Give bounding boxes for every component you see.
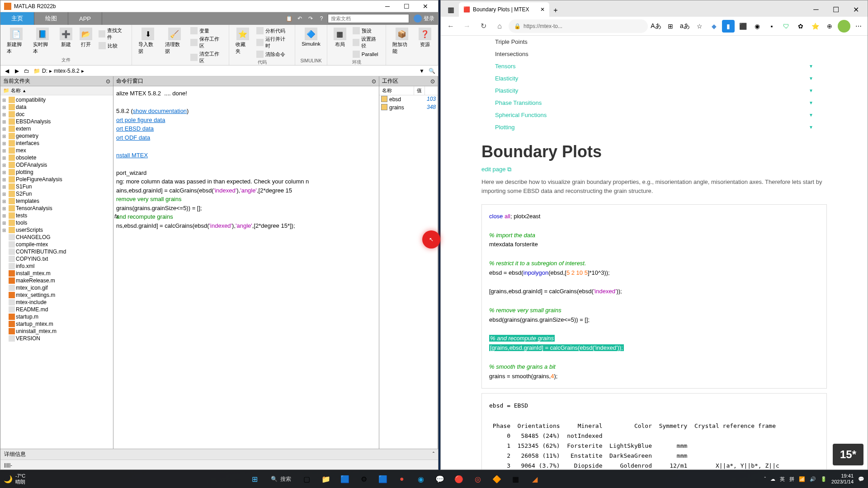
browse-button[interactable]: 📁 <box>32 66 41 75</box>
tree-item[interactable]: ⊞obsolete <box>1 154 112 161</box>
clear-ws-button[interactable]: 清空工作区 <box>189 50 225 65</box>
app-button[interactable]: 🟦 <box>374 472 392 486</box>
tree-item[interactable]: COPYING.txt <box>1 255 112 263</box>
workspace-variable[interactable]: ebsd103 <box>379 95 438 103</box>
ime-lang[interactable]: 英 <box>780 476 785 483</box>
weather-widget[interactable]: 🌙 -7°C 晴朗 <box>4 473 25 485</box>
tree-item[interactable]: ⊞interfaces <box>1 140 112 147</box>
tree-item[interactable]: ⊞S2Fun <box>1 190 112 197</box>
app-button[interactable]: ◎ <box>469 472 486 486</box>
link[interactable]: ort ODF data <box>116 134 150 141</box>
layout-button[interactable]: ▦布局 <box>331 27 349 58</box>
fav-button[interactable]: ⭐收藏夹 <box>233 27 253 58</box>
ext-icon[interactable]: 🛡 <box>780 20 793 33</box>
qat-btn[interactable]: 📋 <box>284 14 293 23</box>
tree-item[interactable]: ⊞doc <box>1 111 112 118</box>
ext-icon[interactable]: ✿ <box>794 20 807 33</box>
tree-item[interactable]: install_mtex.m <box>1 270 112 277</box>
tree-item[interactable]: mtex_icon.gif <box>1 284 112 291</box>
qat-btn[interactable]: ↶ <box>295 14 304 23</box>
reader-icon[interactable]: Aあ <box>650 20 662 33</box>
prefs-button[interactable]: 预设 <box>351 27 382 35</box>
tree-item[interactable]: uninstall_mtex.m <box>1 328 112 335</box>
maximize-button[interactable]: ☐ <box>397 1 415 12</box>
battery-icon[interactable]: 🔋 <box>821 476 827 482</box>
simulink-button[interactable]: 🔷Simulink <box>299 27 323 57</box>
translate-icon[interactable]: aあ <box>679 20 691 33</box>
wifi-icon[interactable]: 📶 <box>799 476 805 482</box>
tree-item[interactable]: mtex_settings.m <box>1 291 112 299</box>
refresh-button[interactable]: ↻ <box>476 19 491 33</box>
tree-item[interactable]: README.md <box>1 306 112 313</box>
matlab-button[interactable]: ◢ <box>526 472 543 486</box>
folder-tree[interactable]: ⊞compatibility⊞data⊞doc⊞EBSDAnalysis⊞ext… <box>0 95 113 449</box>
browser-tab[interactable]: 🟥 Boundary Plots | MTEX ✕ <box>459 2 549 17</box>
tree-item[interactable]: makeRelease.m <box>1 277 112 284</box>
nav-item-plotting[interactable]: Plotting▼ <box>450 121 859 133</box>
ime-mode[interactable]: 拼 <box>789 476 794 483</box>
workspace-variable[interactable]: grains348 <box>379 103 438 112</box>
tree-item[interactable]: ⊞userScripts <box>1 226 112 234</box>
volume-icon[interactable]: 🔊 <box>810 476 816 482</box>
taskbar-search[interactable]: 🔍搜索 <box>265 472 297 486</box>
tree-item[interactable]: CONTRIBUTING.md <box>1 248 112 255</box>
tree-item[interactable]: ⊞TensorAnalysis <box>1 205 112 212</box>
ext-icon[interactable]: ⬛ <box>736 20 749 33</box>
addons-button[interactable]: 📦附加功能 <box>390 27 414 63</box>
login-button[interactable]: 登录 <box>414 14 434 23</box>
tree-item[interactable]: ⊞ODFAnalysis <box>1 161 112 169</box>
maximize-button[interactable]: ☐ <box>826 2 846 17</box>
task-view-button[interactable]: ▢ <box>298 472 316 486</box>
link[interactable]: ort pole figure data <box>116 117 165 123</box>
tab-plot[interactable]: 绘图 <box>34 12 68 25</box>
analyze-button[interactable]: 分析代码 <box>255 27 291 35</box>
minimize-button[interactable]: ─ <box>378 1 396 12</box>
favorite-icon[interactable]: ☆ <box>693 20 706 33</box>
import-button[interactable]: ⬇导入数据 <box>136 27 160 65</box>
settings-button[interactable]: ⚙ <box>355 472 373 486</box>
tree-item[interactable]: VERSION <box>1 335 112 342</box>
addr-segment[interactable]: D: <box>42 68 47 74</box>
ext-icon[interactable]: ◉ <box>751 20 764 33</box>
app-button[interactable]: ▦ <box>507 472 524 486</box>
find-files-button[interactable]: 查找文件 <box>97 27 128 41</box>
tree-item[interactable]: ⊞data <box>1 103 112 111</box>
details-panel[interactable]: 详细信息 ˆ <box>0 449 438 460</box>
collections-button[interactable]: ⊕ <box>823 20 836 33</box>
page-content[interactable]: Triple Points Intersections Tensors▼ Ela… <box>441 36 868 469</box>
tree-item[interactable]: ⊞EBSDAnalysis <box>1 118 112 125</box>
forward-button[interactable]: ▶ <box>12 66 21 75</box>
tree-item[interactable]: info.xml <box>1 263 112 270</box>
start-button[interactable]: ⊞ <box>246 472 264 486</box>
back-button[interactable]: ← <box>443 19 458 33</box>
back-button[interactable]: ◀ <box>2 66 11 75</box>
ext-icon[interactable]: ⊞ <box>664 20 677 33</box>
forward-button[interactable]: → <box>460 19 474 33</box>
new-tab-button[interactable]: + <box>549 4 562 17</box>
tree-item[interactable]: ⊞plotting <box>1 169 112 176</box>
notifications-icon[interactable]: 💬 <box>858 476 864 482</box>
ext-icon[interactable]: ▪ <box>765 20 778 33</box>
var-button[interactable]: 变量 <box>189 27 225 35</box>
close-button[interactable]: ✕ <box>416 1 434 12</box>
folder-header[interactable]: 📁 名称 ▲ <box>0 86 113 95</box>
panel-menu-icon[interactable]: ⊙ <box>372 78 376 84</box>
tree-item[interactable]: ⊞tests <box>1 212 112 219</box>
ext-icon[interactable]: ▮ <box>722 20 735 33</box>
tree-item[interactable]: ⊞geometry <box>1 132 112 140</box>
new-script-button[interactable]: 📄新建脚本 <box>4 27 28 56</box>
tree-item[interactable]: ⊞compatibility <box>1 96 112 103</box>
chevron-up-icon[interactable]: ˆ <box>433 451 434 458</box>
minimize-button[interactable]: ─ <box>806 2 826 17</box>
setpath-button[interactable]: 设置路径 <box>351 35 382 50</box>
nav-item-tensors[interactable]: Tensors▼ <box>450 60 859 72</box>
nav-item-elasticity[interactable]: Elasticity▼ <box>450 72 859 84</box>
qat-btn[interactable]: ? <box>317 14 326 23</box>
search-input[interactable] <box>328 14 409 23</box>
fx-prompt-icon[interactable]: fx <box>114 212 118 221</box>
onedrive-icon[interactable]: ☁ <box>770 476 775 482</box>
app-button[interactable]: ● <box>393 472 410 486</box>
ext-icon[interactable]: ◆ <box>708 20 720 33</box>
tree-item[interactable]: ⊞templates <box>1 197 112 205</box>
new-button[interactable]: ➕新建 <box>57 27 75 56</box>
